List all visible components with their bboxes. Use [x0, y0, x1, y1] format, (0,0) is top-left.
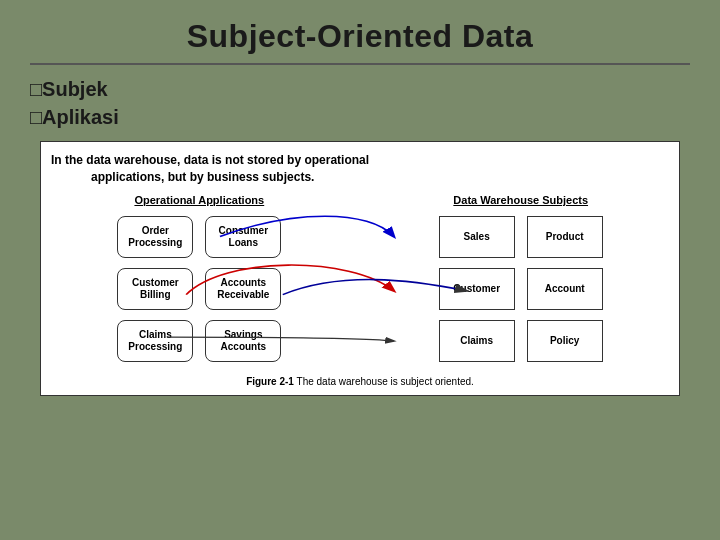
box-claims: Claims [439, 320, 515, 362]
right-row-2: Customer Account [439, 268, 603, 310]
divider [30, 63, 690, 65]
right-column-title: Data Warehouse Subjects [453, 194, 588, 206]
bullet-subjek: □Subjek [30, 75, 690, 103]
page-title: Subject-Oriented Data [187, 18, 534, 55]
figure-caption-bold: Figure 2-1 [246, 376, 294, 387]
box-customer-billing: Customer Billing [117, 268, 193, 310]
figure-caption-text: The data warehouse is subject oriented. [297, 376, 474, 387]
right-column: Data Warehouse Subjects Sales Product Cu… [372, 194, 669, 372]
left-row-3: Claims Processing Savings Accounts [117, 320, 281, 362]
box-savings-accounts: Savings Accounts [205, 320, 281, 362]
left-row-1: Order Processing Consumer Loans [117, 216, 281, 258]
bullets-section: □Subjek □Aplikasi [30, 75, 690, 131]
diagram-columns: Operational Applications Order Processin… [51, 194, 669, 372]
right-row-3: Claims Policy [439, 320, 603, 362]
box-accounts-receivable: Accounts Receivable [205, 268, 281, 310]
right-row-1: Sales Product [439, 216, 603, 258]
left-column: Operational Applications Order Processin… [51, 194, 348, 372]
box-policy: Policy [527, 320, 603, 362]
diagram-container: In the data warehouse, data is not store… [40, 141, 680, 396]
figure-caption: Figure 2-1 The data warehouse is subject… [51, 376, 669, 387]
box-product: Product [527, 216, 603, 258]
left-row-2: Customer Billing Accounts Receivable [117, 268, 281, 310]
box-account: Account [527, 268, 603, 310]
box-customer: Customer [439, 268, 515, 310]
bullet-aplikasi: □Aplikasi [30, 103, 690, 131]
box-order-processing: Order Processing [117, 216, 193, 258]
box-sales: Sales [439, 216, 515, 258]
left-column-title: Operational Applications [134, 194, 264, 206]
box-consumer-loans: Consumer Loans [205, 216, 281, 258]
diagram-intro: In the data warehouse, data is not store… [51, 152, 669, 186]
box-claims-processing: Claims Processing [117, 320, 193, 362]
